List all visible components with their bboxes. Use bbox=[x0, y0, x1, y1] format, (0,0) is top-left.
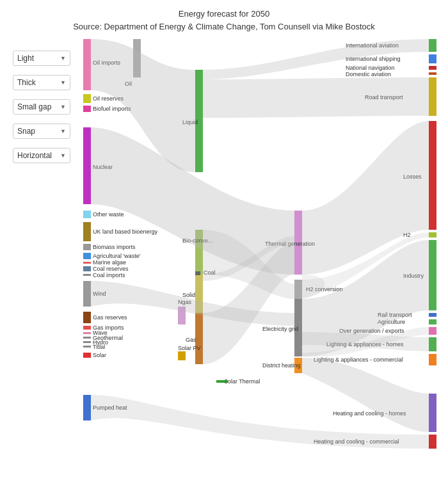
node-gas-reserves[interactable] bbox=[83, 312, 91, 323]
node-dom-aviation[interactable] bbox=[429, 72, 436, 75]
node-agriculture[interactable] bbox=[429, 319, 436, 324]
node-biomass[interactable] bbox=[83, 244, 91, 250]
label-solar-pv: Solar PV bbox=[178, 345, 201, 351]
node-rail[interactable] bbox=[429, 313, 436, 317]
orient-arrow: ▼ bbox=[60, 152, 66, 159]
node-biofuel-imports[interactable] bbox=[83, 106, 91, 112]
node-wind[interactable] bbox=[83, 281, 91, 307]
node-industry[interactable] bbox=[429, 240, 436, 310]
gap-label: Small gap bbox=[17, 102, 51, 111]
label-coal-reserves: Coal reserves bbox=[93, 266, 129, 272]
label-natl-nav: National navigation bbox=[346, 65, 395, 71]
indicator-coal bbox=[195, 271, 200, 275]
node-geothermal[interactable] bbox=[83, 337, 91, 339]
node-over-gen[interactable] bbox=[429, 327, 436, 335]
label-solid: Solid bbox=[182, 292, 195, 298]
label-marine: Marine algae bbox=[93, 259, 126, 266]
style-dropdown[interactable]: Light ▼ bbox=[13, 51, 70, 66]
label-agri: Agricultural 'waste' bbox=[93, 253, 141, 259]
indicator-solar-thermal bbox=[216, 380, 228, 383]
label-tidal: Tidal bbox=[93, 344, 105, 350]
controls-panel: Light ▼ Thick ▼ Small gap ▼ Snap ▼ Horiz… bbox=[0, 38, 83, 480]
label-dom-aviation: Domestic aviation bbox=[346, 71, 391, 77]
label-other-waste: Other waste bbox=[93, 211, 124, 218]
node-uk-land[interactable] bbox=[83, 222, 91, 241]
flow-district-heating-homes bbox=[302, 358, 429, 432]
chart-title: Energy forecast for 2050 bbox=[0, 8, 448, 20]
node-solar[interactable] bbox=[83, 353, 91, 358]
sankey-diagram: Oil imports Oil Oil reserves Biofuel imp… bbox=[83, 38, 442, 473]
node-agri[interactable] bbox=[83, 253, 91, 259]
node-nuclear[interactable] bbox=[83, 127, 91, 204]
node-coal-imports[interactable] bbox=[83, 274, 91, 276]
node-lighting-commercial[interactable] bbox=[429, 354, 436, 365]
node-natl-nav[interactable] bbox=[429, 66, 436, 70]
node-heating-commercial[interactable] bbox=[429, 435, 436, 449]
node-road-transport[interactable] bbox=[429, 77, 436, 116]
style-arrow: ▼ bbox=[60, 55, 66, 61]
node-wave[interactable] bbox=[83, 332, 91, 334]
flow-liquid-road bbox=[203, 77, 429, 118]
node-lighting-homes[interactable] bbox=[429, 337, 436, 351]
node-intl-shipping[interactable] bbox=[429, 54, 436, 63]
node-tidal[interactable] bbox=[83, 346, 91, 348]
node-gas[interactable] bbox=[195, 313, 203, 364]
node-h2-conversion[interactable] bbox=[294, 280, 302, 299]
label-gas-reserves: Gas reserves bbox=[93, 314, 127, 321]
label-biomass: Biomass imports bbox=[93, 244, 136, 250]
node-solar-pv[interactable] bbox=[178, 351, 186, 360]
chart-subtitle: Source: Department of Energy & Climate C… bbox=[0, 20, 448, 33]
page-header: Energy forecast for 2050 Source: Departm… bbox=[0, 0, 448, 38]
node-gas-imports[interactable] bbox=[83, 326, 91, 330]
size-label: Thick bbox=[17, 78, 36, 87]
size-dropdown[interactable]: Thick ▼ bbox=[13, 75, 70, 90]
node-intl-aviation[interactable] bbox=[429, 39, 436, 52]
label-solar: Solar bbox=[93, 352, 106, 358]
label-uk-land: UK land based bioenergy bbox=[93, 228, 158, 235]
node-oil-reserves[interactable] bbox=[83, 94, 91, 103]
size-arrow: ▼ bbox=[60, 79, 66, 86]
node-other-waste[interactable] bbox=[83, 211, 91, 218]
chart-area: Oil imports Oil Oil reserves Biofuel imp… bbox=[83, 38, 448, 480]
label-district-heat: District heating bbox=[262, 362, 301, 369]
gap-dropdown[interactable]: Small gap ▼ bbox=[13, 99, 70, 115]
gap-arrow: ▼ bbox=[60, 104, 66, 110]
label-elec-grid: Electricity grid bbox=[262, 326, 298, 332]
orient-dropdown[interactable]: Horizontal ▼ bbox=[13, 148, 70, 163]
node-marine[interactable] bbox=[83, 262, 91, 264]
node-h2[interactable] bbox=[429, 232, 436, 237]
node-coal-reserves[interactable] bbox=[83, 266, 91, 271]
node-pumped-heat[interactable] bbox=[83, 395, 91, 420]
snap-dropdown[interactable]: Snap ▼ bbox=[13, 124, 70, 139]
label-solar-thermal: Solar Thermal bbox=[224, 378, 260, 385]
node-losses[interactable] bbox=[429, 121, 436, 230]
label-coal-imports: Coal imports bbox=[93, 272, 125, 278]
style-label: Light bbox=[17, 54, 34, 63]
node-hydro[interactable] bbox=[83, 341, 91, 343]
snap-label: Snap bbox=[17, 127, 35, 136]
snap-arrow: ▼ bbox=[60, 128, 66, 134]
orient-label: Horizontal bbox=[17, 151, 52, 160]
node-oil-imports[interactable] bbox=[83, 39, 91, 90]
node-heating-homes[interactable] bbox=[429, 394, 436, 432]
label-gas: Gas bbox=[186, 337, 196, 343]
